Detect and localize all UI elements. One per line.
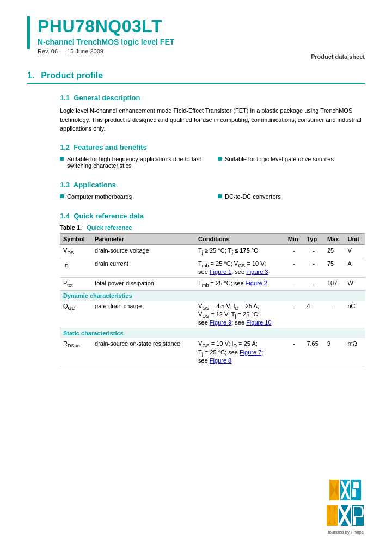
features-grid: Suitable for high frequency applications… [60,156,365,171]
subsection-11-title: 1.1 General description [60,94,365,102]
table-row: VDS drain-source voltage Tj ≥ 25 °C; Tj … [60,244,365,258]
figure10-link[interactable]: Figure 10 [246,319,271,326]
feature-left-1: Suitable for high frequency applications… [60,156,207,169]
nxp-tagline: founded by Philips [328,530,363,535]
col-conditions: Conditions [195,233,285,244]
dynamic-characteristics-header: Dynamic characteristics [60,291,365,301]
section-header-label: Dynamic characteristics [60,291,365,301]
cell-parameter: drain current [91,258,195,277]
section-1-number: 1. [27,71,34,80]
apps-left: Computer motherboards [60,193,207,202]
product-title: PHU78NQ03LT [38,16,365,36]
cell-parameter: drain-source on-state resistance [91,338,195,366]
bullet-icon [218,157,222,161]
applications-grid: Computer motherboards DC-to-DC convertor… [60,193,365,202]
app-left-1: Computer motherboards [60,193,207,200]
cell-parameter: drain-source voltage [91,244,195,258]
cell-typ: - [303,244,324,258]
cell-min: - [285,301,304,328]
quick-reference-table: Symbol Parameter Conditions Min Typ Max … [60,233,365,366]
app-right-1: DC-to-DC convertors [218,193,365,200]
cell-symbol: VDS [60,244,91,258]
cell-symbol: ID [60,258,91,277]
table-row: RDSon drain-source on-state resistance V… [60,338,365,366]
cell-symbol: RDSon [60,338,91,366]
apps-right: DC-to-DC convertors [218,193,365,202]
cell-max: 107 [324,277,345,290]
col-parameter: Parameter [91,233,195,244]
col-unit: Unit [344,233,365,244]
features-right: Suitable for logic level gate drive sour… [218,156,365,171]
section-header-label: Static characteristics [60,328,365,339]
cell-parameter: gate-drain charge [91,301,195,328]
cell-max: 75 [324,258,345,277]
cell-typ: 4 [303,301,324,328]
cell-conditions: Tmb = 25 °C; VGS = 10 V;see Figure 1; se… [195,258,285,277]
cell-unit: A [344,258,365,277]
figure8-link[interactable]: Figure 8 [210,357,231,364]
cell-typ: - [303,258,324,277]
cell-unit: nC [344,301,365,328]
cell-max: 9 [324,338,345,366]
cell-unit: W [344,277,365,290]
subsection-13-title: 1.3 Applications [60,181,365,189]
col-typ: Typ [303,233,324,244]
nxp-logo-svg [329,477,362,504]
header: PHU78NQ03LT N-channel TrenchMOS logic le… [27,16,365,54]
bullet-icon [60,194,64,198]
table-row: QGD gate-drain charge VGS = 4.5 V; ID = … [60,301,365,328]
subsection-14-title: 1.4 Quick reference data [60,212,365,220]
revision-info: Rev. 06 — 15 June 2009 [38,48,103,54]
subsection-11-body: Logic level N-channel enhancement mode F… [60,106,365,133]
subsection-13: 1.3 Applications Computer motherboards D… [27,181,365,202]
cell-min: - [285,338,304,366]
cell-min: - [285,244,304,258]
cell-symbol: Ptot [60,277,91,290]
cell-typ: 7.65 [303,338,324,366]
subsection-12: 1.2 Features and benefits Suitable for h… [27,143,365,171]
cell-typ: - [303,277,324,290]
cell-conditions: Tj ≥ 25 °C; Tj ≤ 175 °C [195,244,285,258]
header-accent-bar [27,16,30,49]
feature-right-1: Suitable for logic level gate drive sour… [218,156,365,162]
table-caption-label: Table 1. [60,224,82,231]
cell-min: - [285,258,304,277]
bullet-icon [218,194,222,198]
table-caption-title: Quick reference [87,224,132,231]
cell-parameter: total power dissipation [91,277,195,290]
table-row: ID drain current Tmb = 25 °C; VGS = 10 V… [60,258,365,277]
product-data-sheet-label: Product data sheet [311,53,365,60]
col-symbol: Symbol [60,233,91,244]
figure9-link[interactable]: Figure 9 [210,319,231,326]
figure7-link[interactable]: Figure 7 [240,349,261,356]
svg-rect-12 [353,482,359,488]
col-min: Min [285,233,304,244]
col-max: Max [324,233,345,244]
subsection-11: 1.1 General description Logic level N-ch… [27,94,365,133]
section-1-label: Product profile [41,71,103,80]
section-1-title: 1.Product profile [27,71,365,84]
section-1: 1.Product profile 1.1 General descriptio… [27,71,365,366]
product-subtitle: N-channel TrenchMOS logic level FET [38,38,365,46]
cell-max: - [324,301,345,328]
static-characteristics-header: Static characteristics [60,328,365,339]
cell-min: - [285,277,304,290]
subsection-12-title: 1.2 Features and benefits [60,143,365,151]
figure3-link[interactable]: Figure 3 [246,268,268,275]
cell-unit: mΩ [344,338,365,366]
cell-conditions: VGS = 4.5 V; ID = 25 A;VDS = 12 V; Tj = … [195,301,285,328]
figure1-link[interactable]: Figure 1 [210,268,231,275]
cell-max: 25 [324,244,345,258]
bullet-icon [60,157,64,161]
nxp-brand-logo [327,504,365,529]
cell-symbol: QGD [60,301,91,328]
table-caption: Table 1. Quick reference [60,224,365,231]
features-left: Suitable for high frequency applications… [60,156,207,171]
cell-unit: V [344,244,365,258]
cell-conditions: Tmb = 25 °C; see Figure 2 [195,277,285,290]
figure2-link[interactable]: Figure 2 [246,280,267,286]
nxp-logo: founded by Philips [327,477,365,535]
table-header-row: Symbol Parameter Conditions Min Typ Max … [60,233,365,244]
table-row: Ptot total power dissipation Tmb = 25 °C… [60,277,365,290]
cell-conditions: VGS = 10 V; ID = 25 A;Tj = 25 °C; see Fi… [195,338,285,366]
